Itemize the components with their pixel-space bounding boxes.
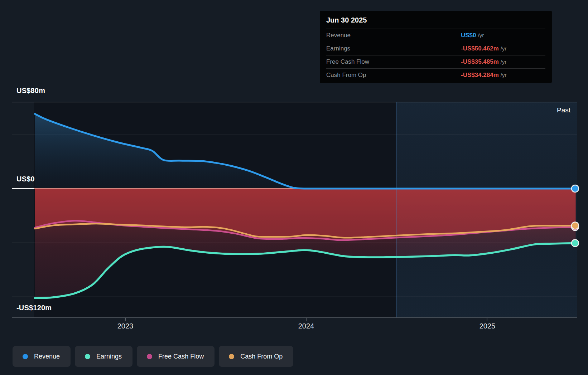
financial-performance-chart-page: US$80m US$0 -US$120m 2023 2024 2025 Past… bbox=[0, 0, 588, 375]
legend-item-free-cash-flow[interactable]: Free Cash Flow bbox=[137, 346, 215, 367]
cash-from-op-series-dot-icon bbox=[229, 354, 234, 359]
tooltip-label: Revenue bbox=[326, 32, 461, 39]
tooltip-value: -US$50.462m/yr bbox=[461, 45, 545, 52]
tooltip-row-earnings: Earnings -US$50.462m/yr bbox=[326, 42, 545, 55]
earnings-series-dot-icon bbox=[85, 354, 90, 359]
tooltip-label: Earnings bbox=[326, 45, 461, 52]
tooltip-value: US$0/yr bbox=[461, 32, 545, 39]
tooltip-unit: /yr bbox=[478, 32, 484, 38]
legend-item-earnings[interactable]: Earnings bbox=[75, 346, 132, 367]
legend-item-cash-from-op[interactable]: Cash From Op bbox=[219, 346, 293, 367]
tooltip-date: Jun 30 2025 bbox=[326, 11, 545, 29]
free-cash-flow-series-dot-icon bbox=[147, 354, 152, 359]
tooltip-unit: /yr bbox=[501, 45, 507, 52]
tooltip-unit: /yr bbox=[501, 59, 507, 65]
legend-item-label: Revenue bbox=[34, 353, 60, 360]
tooltip-row-cash-from-op: Cash From Op -US$34.284m/yr bbox=[326, 68, 545, 82]
tooltip-row-revenue: Revenue US$0/yr bbox=[326, 29, 545, 42]
legend-item-label: Earnings bbox=[96, 353, 122, 360]
chart-tooltip: Jun 30 2025 Revenue US$0/yr Earnings -US… bbox=[320, 11, 552, 83]
series-endpoint-dot bbox=[572, 239, 579, 247]
series-endpoint-dot bbox=[572, 222, 579, 229]
tooltip-unit: /yr bbox=[501, 72, 507, 78]
legend-item-revenue[interactable]: Revenue bbox=[13, 346, 71, 367]
y-axis-label-zero: US$0 bbox=[16, 175, 35, 183]
tooltip-label: Cash From Op bbox=[326, 72, 461, 79]
revenue-series-dot-icon bbox=[23, 354, 28, 359]
x-axis-label-2024: 2024 bbox=[285, 322, 328, 330]
tooltip-value: -US$35.485m/yr bbox=[461, 58, 545, 65]
y-axis-label-neg120m: -US$120m bbox=[16, 304, 52, 312]
y-axis-label-80m: US$80m bbox=[16, 87, 45, 95]
x-axis-label-2025: 2025 bbox=[466, 322, 509, 330]
x-axis-label-2023: 2023 bbox=[104, 322, 147, 330]
chart-legend: Revenue Earnings Free Cash Flow Cash Fro… bbox=[13, 346, 293, 367]
tooltip-value: -US$34.284m/yr bbox=[461, 72, 545, 79]
legend-item-label: Cash From Op bbox=[240, 353, 283, 360]
tooltip-row-free-cash-flow: Free Cash Flow -US$35.485m/yr bbox=[326, 55, 545, 68]
series-endpoint-dot bbox=[572, 185, 579, 192]
past-region-label: Past bbox=[557, 106, 570, 114]
legend-item-label: Free Cash Flow bbox=[158, 353, 204, 360]
tooltip-label: Free Cash Flow bbox=[326, 58, 461, 65]
